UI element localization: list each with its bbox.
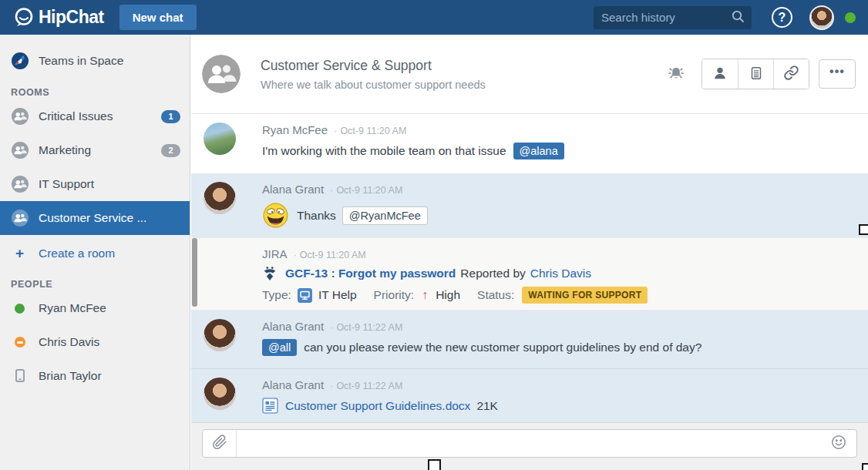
room-icon <box>10 210 29 227</box>
message-meta: Alana Grant · Oct-9 11:20 AM <box>262 183 857 196</box>
search-icon[interactable] <box>730 8 745 27</box>
type-label: Type: <box>262 288 291 302</box>
file-link[interactable]: Customer Support Guidelines.docx <box>285 399 470 413</box>
sender-name[interactable]: Ryan McFee <box>262 123 328 136</box>
reported-by-label: Reported by <box>460 267 525 280</box>
timestamp: Oct-9 11:20 AM <box>300 250 366 260</box>
sidebar-room-critical-issues[interactable]: Critical Issues 1 <box>0 99 190 133</box>
person-name: Ryan McFee <box>39 301 106 315</box>
sidebar-person-ryan-mcfee[interactable]: Ryan McFee <box>0 291 190 325</box>
hipchat-logo[interactable]: HipChat <box>12 6 104 29</box>
priority-label: Priority: <box>374 288 415 302</box>
document-icon <box>748 65 765 84</box>
links-panel-button[interactable] <box>773 59 809 89</box>
jira-fields-line: Type: IT Help Priority: ↑ High Status: W… <box>262 287 857 304</box>
create-room-button[interactable]: + Create a room <box>0 238 190 269</box>
mention-alana[interactable]: @alana <box>513 143 564 159</box>
room-label: Customer Service ... <box>39 211 146 225</box>
message-text: can you please review the new customer s… <box>304 341 701 354</box>
message-input[interactable] <box>237 430 821 457</box>
emoticon-picker-button[interactable] <box>821 430 856 457</box>
room-icon <box>10 108 29 125</box>
jira-issue-line: GCF-13 : Forgot my password Reported by … <box>262 266 857 281</box>
sidebar-person-brian-taylor[interactable]: Brian Taylor <box>0 359 190 393</box>
avatar-ryan-mcfee[interactable] <box>204 123 236 155</box>
meta-separator: · <box>334 125 337 136</box>
message-meta: Alana Grant · Oct-9 11:22 AM <box>262 320 857 333</box>
attach-file-button[interactable] <box>203 430 237 457</box>
sidebar-room-customer-service[interactable]: Customer Service ... <box>0 201 190 235</box>
room-label: Critical Issues <box>39 109 113 123</box>
message-text: Thanks <box>297 209 336 223</box>
meta-separator: · <box>330 321 333 333</box>
top-navbar: HipChat New chat ? <box>0 0 868 35</box>
room-header-actions: ••• <box>666 59 856 89</box>
sender-name[interactable]: Alana Grant <box>262 320 324 333</box>
link-icon <box>783 65 799 83</box>
message-alana-thanks: Alana Grant · Oct-9 11:20 AM Thanks <box>191 173 868 237</box>
help-question-glyph: ? <box>779 11 786 25</box>
more-options-button[interactable]: ••• <box>819 59 856 89</box>
message-ryan-mobile-team: Ryan McFee · Oct-9 11:20 AM I'm working … <box>191 114 868 173</box>
status-badge: WAITING FOR SUPPORT <box>522 287 648 304</box>
room-label: Marketing <box>39 143 91 157</box>
sender-name: JIRA <box>262 247 288 260</box>
status-label: Status: <box>477 288 514 302</box>
meta-separator: · <box>330 380 333 391</box>
user-avatar[interactable] <box>809 5 834 30</box>
message-meta: Ryan McFee · Oct-9 11:20 AM <box>262 123 857 136</box>
brand-name: HipChat <box>39 7 104 28</box>
message-body: Thanks @RyanMcFee <box>262 202 857 229</box>
message-jira-integration: JIRA · Oct-9 11:20 AM GCF-13 : Forgot my… <box>191 237 868 311</box>
sidebar-room-it-support[interactable]: IT Support <box>0 167 190 201</box>
ellipsis-icon: ••• <box>829 65 845 79</box>
room-header: Customer Service & Support Where we talk… <box>191 35 868 114</box>
file-size: 21K <box>476 399 498 413</box>
jira-issue-link[interactable]: GCF-13 : Forgot my password <box>285 267 456 280</box>
mention-all[interactable]: @all <box>262 339 297 356</box>
chat-panel: Customer Service & Support Where we talk… <box>191 35 868 470</box>
search-box[interactable] <box>594 6 752 29</box>
chat-scrollbar-thumb[interactable] <box>192 238 197 307</box>
avatar-alana-grant[interactable] <box>204 378 236 410</box>
new-chat-button[interactable]: New chat <box>119 5 197 30</box>
message-meta: Alana Grant · Oct-9 11:22 AM <box>262 378 857 391</box>
room-icon <box>10 142 29 159</box>
sender-name[interactable]: Alana Grant <box>262 183 324 196</box>
message-alana-guidelines-review: Alana Grant · Oct-9 11:22 AM @all can yo… <box>191 311 868 368</box>
files-panel-button[interactable] <box>738 59 773 89</box>
person-name: Brian Taylor <box>39 369 102 383</box>
presence-available-icon <box>10 304 29 314</box>
team-logo-icon <box>10 52 29 70</box>
plus-icon: + <box>10 245 29 262</box>
sender-name[interactable]: Alana Grant <box>262 378 324 391</box>
sidebar-item-team[interactable]: Teams in Space <box>0 45 190 77</box>
person-icon <box>712 65 728 84</box>
meta-separator: · <box>330 184 333 196</box>
sidebar-room-marketing[interactable]: Marketing 2 <box>0 133 190 167</box>
reporter-link[interactable]: Chris Davis <box>530 267 591 280</box>
help-button[interactable]: ? <box>772 7 792 28</box>
jira-logo-icon <box>262 266 278 281</box>
issue-type-icon <box>298 288 312 303</box>
presence-mobile-icon <box>10 368 29 384</box>
notifications-bell-icon[interactable] <box>666 64 686 84</box>
timestamp: Oct-9 11:20 AM <box>336 185 402 196</box>
priority-high-icon: ↑ <box>422 288 428 302</box>
message-body: Customer Support Guidelines.docx 21K <box>262 398 857 414</box>
awesome-smiley-emoji <box>262 202 289 229</box>
type-value: IT Help <box>318 288 357 302</box>
people-panel-button[interactable] <box>702 59 738 89</box>
search-input[interactable] <box>601 11 730 24</box>
rooms-section-label: ROOMS <box>11 87 190 98</box>
room-toolbar <box>701 59 809 89</box>
sidebar: Teams in Space ROOMS Critical Issues 1 M… <box>0 35 190 470</box>
avatar-alana-grant[interactable] <box>204 319 236 351</box>
mention-ryanmcfee[interactable]: @RyanMcFee <box>342 206 428 225</box>
message-input-box <box>202 429 857 458</box>
presence-dnd-icon <box>10 337 29 347</box>
user-presence-indicator[interactable] <box>845 12 856 23</box>
meta-separator: · <box>294 249 297 260</box>
sidebar-person-chris-davis[interactable]: Chris Davis <box>0 325 190 359</box>
avatar-alana-grant[interactable] <box>204 182 236 214</box>
